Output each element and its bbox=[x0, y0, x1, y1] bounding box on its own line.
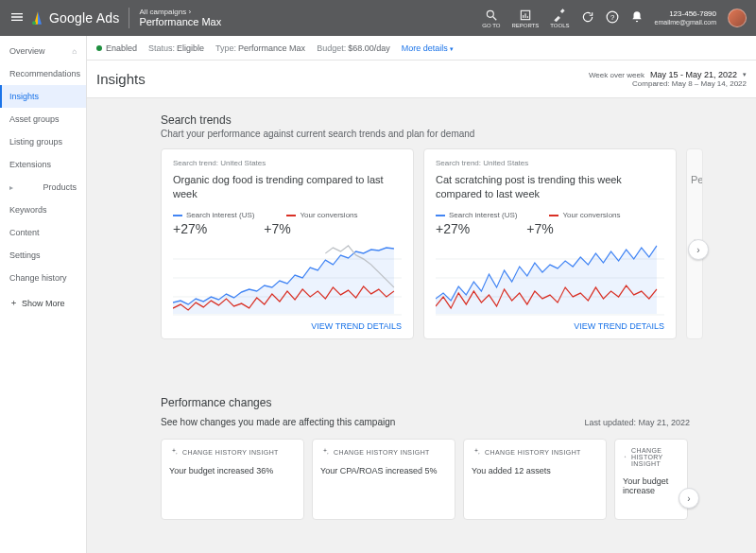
view-trend-details-link[interactable]: VIEW TREND DETAILS bbox=[436, 316, 664, 333]
sidebar-item-keywords[interactable]: Keywords bbox=[0, 199, 86, 221]
view-trend-details-link[interactable]: VIEW TREND DETAILS bbox=[173, 316, 402, 333]
sidebar-item-settings[interactable]: Settings bbox=[0, 244, 86, 267]
sidebar-item-products[interactable]: ▸Products bbox=[0, 176, 86, 199]
trend-chart bbox=[436, 240, 664, 316]
notifications-icon[interactable] bbox=[630, 10, 644, 26]
trend-cards-row: Search trend: United States Organic dog … bbox=[161, 148, 756, 339]
dropdown-icon: ▾ bbox=[743, 71, 747, 78]
search-trends-subtitle: Chart your performance against current s… bbox=[161, 129, 756, 139]
avatar[interactable] bbox=[728, 9, 747, 27]
top-bar: Google Ads All campaigns › Performance M… bbox=[0, 0, 756, 36]
trend-card[interactable]: Search trend: United States Cat scratchi… bbox=[423, 148, 677, 339]
scroll-right-button[interactable]: › bbox=[688, 239, 709, 260]
brand-logo[interactable]: Google Ads bbox=[30, 10, 119, 26]
main: Enabled Status:Eligible Type:Performance… bbox=[87, 36, 756, 553]
perf-card-peek[interactable]: CHANGE HISTORY INSIGHT Your budget incre… bbox=[614, 439, 688, 520]
sidebar-item-insights[interactable]: Insights bbox=[0, 85, 86, 108]
trend-chart bbox=[173, 240, 402, 316]
breadcrumb[interactable]: All campaigns › Performance Max bbox=[139, 8, 221, 29]
campaign-type: Type:Performance Max bbox=[215, 43, 305, 53]
hamburger-menu-icon[interactable] bbox=[9, 9, 25, 26]
performance-changes-section: Performance changes See how changes you … bbox=[161, 396, 756, 520]
svg-rect-6 bbox=[523, 15, 524, 18]
status-enabled[interactable]: Enabled bbox=[96, 43, 137, 53]
sparkle-icon bbox=[169, 447, 179, 457]
svg-text:?: ? bbox=[610, 13, 613, 22]
divider bbox=[129, 8, 129, 28]
reports-tool[interactable]: REPORTS bbox=[511, 9, 539, 28]
search-trends-title: Search trends bbox=[161, 113, 756, 127]
goto-tool[interactable]: GO TO bbox=[482, 9, 500, 28]
date-range-picker[interactable]: Week over weekMay 15 - May 21, 2022▾ Com… bbox=[589, 70, 747, 88]
trend-card[interactable]: Search trend: United States Organic dog … bbox=[161, 148, 414, 339]
refresh-icon[interactable] bbox=[581, 10, 594, 26]
sparkle-icon bbox=[320, 447, 330, 457]
sparkle-icon bbox=[623, 453, 627, 462]
sidebar: Overview⌂ Recommendations Insights Asset… bbox=[0, 36, 87, 553]
chevron-right-icon: ▸ bbox=[9, 183, 13, 192]
search-interest-delta: +27% bbox=[436, 221, 470, 236]
help-icon[interactable]: ? bbox=[606, 10, 619, 26]
sidebar-item-extensions[interactable]: Extensions bbox=[0, 153, 86, 176]
svg-line-4 bbox=[493, 16, 497, 20]
brand-text: Google Ads bbox=[49, 10, 119, 26]
scroll-right-button[interactable]: › bbox=[679, 488, 699, 509]
campaign-budget: Budget:$68.00/day bbox=[317, 43, 390, 53]
perf-card[interactable]: CHANGE HISTORY INSIGHT Your budget incre… bbox=[161, 439, 304, 520]
campaign-status-bar: Enabled Status:Eligible Type:Performance… bbox=[87, 36, 756, 60]
sidebar-item-listing-groups[interactable]: Listing groups bbox=[0, 130, 86, 153]
sidebar-show-more[interactable]: ＋Show More bbox=[0, 289, 86, 317]
page-header: Insights Week over weekMay 15 - May 21, … bbox=[87, 60, 756, 98]
search-interest-delta: +27% bbox=[173, 221, 207, 236]
status-eligible: Status:Eligible bbox=[148, 43, 204, 53]
chevron-right-icon: › bbox=[696, 245, 699, 255]
perf-card[interactable]: CHANGE HISTORY INSIGHT Your CPA/ROAS inc… bbox=[312, 439, 455, 520]
plus-icon: ＋ bbox=[9, 297, 18, 309]
more-details-link[interactable]: More details▾ bbox=[402, 43, 454, 53]
sidebar-item-change-history[interactable]: Change history bbox=[0, 267, 86, 289]
chevron-down-icon: ▾ bbox=[450, 45, 454, 52]
conversions-delta: +7% bbox=[264, 221, 290, 236]
tools-tool[interactable]: TOOLS bbox=[550, 9, 569, 28]
sidebar-item-asset-groups[interactable]: Asset groups bbox=[0, 108, 86, 130]
conversions-delta: +7% bbox=[526, 221, 553, 236]
sidebar-item-content[interactable]: Content bbox=[0, 221, 86, 244]
svg-point-3 bbox=[487, 10, 493, 17]
sidebar-item-overview[interactable]: Overview⌂ bbox=[0, 40, 86, 62]
svg-rect-7 bbox=[524, 13, 525, 18]
svg-rect-8 bbox=[527, 16, 528, 18]
sidebar-item-recommendations[interactable]: Recommendations bbox=[0, 62, 86, 85]
page-title: Insights bbox=[96, 71, 146, 87]
last-updated: Last updated: May 21, 2022 bbox=[584, 418, 756, 427]
svg-marker-1 bbox=[38, 11, 42, 24]
status-dot-icon bbox=[96, 45, 102, 51]
home-icon: ⌂ bbox=[72, 47, 77, 56]
account-info[interactable]: 123-456-7890 emailme@gmail.com bbox=[655, 10, 716, 26]
sparkle-icon bbox=[472, 447, 481, 457]
svg-point-2 bbox=[32, 21, 36, 25]
perf-card[interactable]: CHANGE HISTORY INSIGHT You added 12 asse… bbox=[463, 439, 607, 520]
chevron-right-icon: › bbox=[687, 493, 690, 504]
